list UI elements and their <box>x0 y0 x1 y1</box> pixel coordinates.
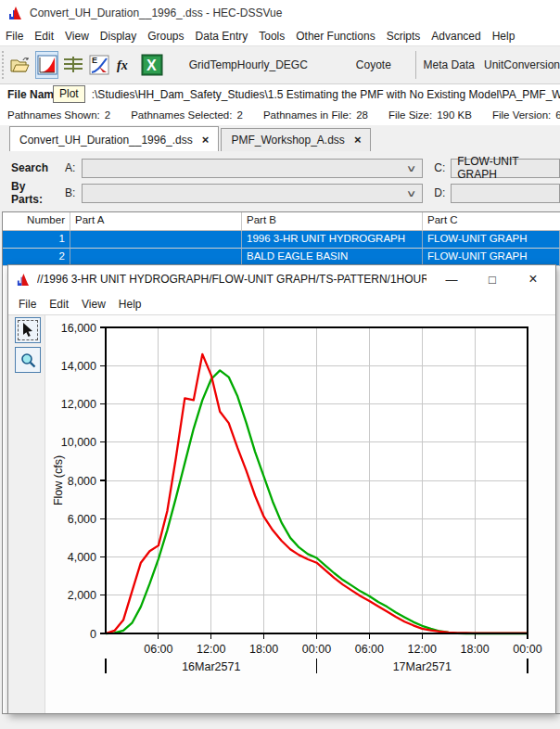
date-label: 16Mar2571 <box>182 660 240 673</box>
plot-menu-item-view[interactable]: View <box>75 295 112 313</box>
y-tick-label: 16,000 <box>61 322 96 335</box>
plot-menu-item-help[interactable]: Help <box>112 295 148 313</box>
y-tick-label: 2,000 <box>68 589 96 602</box>
stat-label: File Size: <box>388 109 432 121</box>
stat-value: 6-SH <box>555 109 560 121</box>
search-label: Search <box>0 161 54 174</box>
stat-3: File Size:190 KB <box>388 109 472 121</box>
tabulate-icon[interactable] <box>62 51 84 79</box>
menu-item-tools[interactable]: Tools <box>253 27 290 45</box>
table-header-row: NumberPart APart BPart C <box>3 212 560 231</box>
menu-item-other-functions[interactable]: Other Functions <box>290 27 380 45</box>
toolbar-grip <box>2 51 6 79</box>
part-d-label: D: <box>434 186 451 199</box>
x-tick-label: 06:00 <box>355 643 384 656</box>
excel-icon[interactable]: X <box>141 51 163 79</box>
date-label: 17Mar2571 <box>393 660 452 673</box>
file-name-row: File Name Plot :\Studies\HH_Dam_Safety_S… <box>0 84 560 105</box>
part-b-combobox[interactable]: ∨ <box>82 184 423 203</box>
cell-part-c: FLOW-UNIT GRAPH <box>423 231 560 249</box>
main-menubar: FileEditViewDisplayGroupsData EntryTools… <box>0 26 560 46</box>
column-header-2[interactable]: Part B <box>242 212 423 231</box>
chevron-down-icon: ∨ <box>406 188 417 198</box>
menu-item-edit[interactable]: Edit <box>29 27 59 45</box>
table-row[interactable]: 11996 3-HR UNIT HYDROGRAPHFLOW-UNIT GRAP… <box>3 231 560 249</box>
column-header-1[interactable]: Part A <box>70 212 242 231</box>
svg-text:X: X <box>146 58 157 73</box>
app-histogram-icon <box>7 6 22 20</box>
y-tick-label: 6,000 <box>68 513 96 526</box>
toolbar-label-coyote[interactable]: Coyote <box>356 58 391 71</box>
stat-label: File Version: <box>492 109 551 121</box>
menu-item-display[interactable]: Display <box>95 27 142 45</box>
main-toolbar: E fx X GridTempHourly_DEGC Coyote Meta D… <box>0 46 560 84</box>
x-tick-label: 12:00 <box>197 643 225 656</box>
close-button[interactable]: × <box>513 265 554 293</box>
edit-graph-icon[interactable]: E <box>88 51 110 79</box>
plot-icon[interactable] <box>35 51 58 79</box>
tab-label: PMF_Workshop_A.dss <box>231 134 345 147</box>
toolbar-label-metadata[interactable]: Meta Data <box>424 58 475 71</box>
y-tick-label: 12,000 <box>61 398 96 411</box>
hydrograph-chart[interactable]: 02,0004,0006,0008,00010,00012,00014,0001… <box>8 315 555 679</box>
file-path: :\Studies\HH_Dam_Safety_Studies\1.5 Esti… <box>92 88 560 101</box>
column-header-3[interactable]: Part C <box>423 212 560 231</box>
y-axis-label: Flow (cfs) <box>52 455 65 505</box>
y-tick-label: 4,000 <box>68 551 96 564</box>
by-parts-label: By Parts: <box>0 180 54 206</box>
stat-1: Pathnames Selected:2 <box>131 109 243 121</box>
stat-label: Pathnames Shown: <box>7 109 100 121</box>
plot-window-menubar: FileEditViewHelp <box>8 293 555 315</box>
plot-tooltip: Plot <box>53 85 85 103</box>
stat-0: Pathnames Shown:2 <box>7 109 110 121</box>
svg-text:fx: fx <box>117 58 128 72</box>
part-d-combobox[interactable] <box>451 184 560 203</box>
part-a-label: A: <box>65 161 82 174</box>
open-file-icon[interactable] <box>9 51 32 79</box>
x-tick-label: 06:00 <box>144 643 172 656</box>
part-c-combobox[interactable]: FLOW-UNIT GRAPH <box>451 159 560 178</box>
tab-1[interactable]: PMF_Workshop_A.dss× <box>221 128 371 151</box>
maximize-button[interactable]: □ <box>472 265 513 293</box>
x-tick-label: 12:00 <box>408 643 437 656</box>
window-title: Convert_UH_Duration__1996_.dss - HEC-DSS… <box>30 6 282 19</box>
menu-item-view[interactable]: View <box>59 27 95 45</box>
toolbar-label-gridtemp[interactable]: GridTempHourly_DEGC <box>189 58 308 71</box>
x-tick-label: 18:00 <box>460 643 489 656</box>
plot-menu-item-file[interactable]: File <box>12 295 43 313</box>
plot-window-title: //1996 3-HR UNIT HYDROGRAPH/FLOW-UNIT GR… <box>37 273 426 286</box>
plot-window: //1996 3-HR UNIT HYDROGRAPH/FLOW-UNIT GR… <box>7 264 556 714</box>
tab-close-icon[interactable]: × <box>202 133 210 147</box>
stat-label: Pathnames Selected: <box>131 109 232 121</box>
plot-content: 02,0004,0006,0008,00010,00012,00014,0001… <box>8 315 555 713</box>
menu-item-advanced[interactable]: Advanced <box>426 27 486 45</box>
math-fx-icon[interactable]: fx <box>114 51 136 79</box>
plot-menu-item-edit[interactable]: Edit <box>43 295 75 313</box>
menu-item-file[interactable]: File <box>0 27 29 45</box>
menu-item-groups[interactable]: Groups <box>142 27 189 45</box>
menu-item-scripts[interactable]: Scripts <box>381 27 426 45</box>
toolbar-label-unitconversion[interactable]: UnitConversion <box>484 58 560 71</box>
plot-window-titlebar[interactable]: //1996 3-HR UNIT HYDROGRAPH/FLOW-UNIT GR… <box>8 265 555 293</box>
part-b-label: B: <box>65 186 82 199</box>
minimize-button[interactable]: — <box>431 265 472 293</box>
tab-close-icon[interactable]: × <box>354 133 362 147</box>
column-header-0[interactable]: Number <box>3 212 70 231</box>
tab-0[interactable]: Convert_UH_Duration__1996_.dss× <box>9 126 219 151</box>
stat-label: Pathnames in File: <box>263 109 351 121</box>
x-tick-label: 00:00 <box>302 643 331 656</box>
tab-label: Convert_UH_Duration__1996_.dss <box>19 134 193 147</box>
y-tick-label: 10,000 <box>61 436 96 449</box>
menu-item-data-entry[interactable]: Data Entry <box>190 27 254 45</box>
cell-number: 1 <box>3 231 70 249</box>
y-tick-label: 0 <box>90 628 96 641</box>
stat-value: 28 <box>356 109 368 121</box>
stat-value: 190 KB <box>437 109 472 121</box>
stat-value: 2 <box>236 109 242 121</box>
svg-text:E: E <box>92 56 97 65</box>
file-tabbar: Convert_UH_Duration__1996_.dss×PMF_Works… <box>0 125 560 151</box>
stat-2: Pathnames in File:28 <box>263 109 368 121</box>
search-by-parts-panel: Search A: ∨ C: FLOW-UNIT GRAPH By Parts:… <box>0 151 560 211</box>
menu-item-help[interactable]: Help <box>487 27 521 45</box>
part-a-combobox[interactable]: ∨ <box>82 159 423 178</box>
